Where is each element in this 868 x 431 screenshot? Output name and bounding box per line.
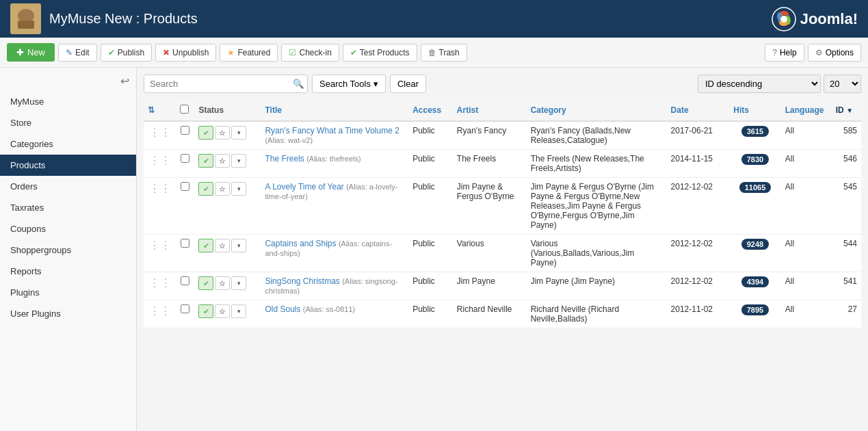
- drag-handle[interactable]: ⋮⋮: [149, 183, 171, 194]
- trash-button[interactable]: 🗑 Trash: [421, 44, 467, 62]
- search-tools-button[interactable]: Search Tools ▾: [312, 75, 386, 93]
- sidebar-item-store[interactable]: Store: [0, 112, 136, 133]
- sidebar-item-user-plugins[interactable]: User Plugins: [0, 303, 136, 324]
- edit-icon: ✎: [66, 48, 73, 57]
- sidebar-item-mymuse[interactable]: MyMuse: [0, 91, 136, 112]
- row-checkbox[interactable]: [181, 239, 189, 248]
- search-tools-label: Search Tools: [319, 79, 371, 89]
- language-value: All: [785, 154, 794, 164]
- th-language[interactable]: Language: [781, 100, 832, 121]
- check-cell[interactable]: [176, 121, 194, 150]
- options-button[interactable]: ⚙ Options: [808, 44, 861, 62]
- sidebar-item-orders[interactable]: Orders: [0, 176, 136, 197]
- collapse-button[interactable]: ↩: [120, 75, 129, 88]
- x-icon: ✖: [163, 48, 170, 57]
- check2-icon: ✔: [350, 48, 357, 57]
- status-dropdown-btn[interactable]: ▾: [231, 126, 246, 140]
- featured-status-btn[interactable]: ☆: [215, 276, 230, 290]
- row-checkbox[interactable]: [181, 154, 189, 163]
- select-all-checkbox[interactable]: [180, 105, 189, 114]
- th-access[interactable]: Access: [408, 100, 453, 121]
- hits-badge: 3615: [741, 126, 769, 137]
- sidebar-item-taxrates[interactable]: Taxrates: [0, 197, 136, 218]
- publish-status-btn[interactable]: ✔: [198, 276, 213, 290]
- edit-button[interactable]: ✎ Edit: [58, 44, 97, 62]
- check-cell[interactable]: [176, 150, 194, 178]
- language-value: All: [785, 304, 794, 314]
- featured-status-btn[interactable]: ☆: [215, 304, 230, 318]
- sidebar-item-coupons[interactable]: Coupons: [0, 218, 136, 239]
- th-date[interactable]: Date: [667, 100, 730, 121]
- publish-status-btn[interactable]: ✔: [198, 126, 213, 140]
- th-hits[interactable]: Hits: [729, 100, 780, 121]
- check-cell[interactable]: [176, 235, 194, 272]
- sidebar-item-plugins[interactable]: Plugins: [0, 282, 136, 303]
- sidebar-collapse[interactable]: ↩: [0, 71, 136, 91]
- title-link[interactable]: Ryan's Fancy What a Time Volume 2: [265, 126, 399, 135]
- clear-label: Clear: [397, 79, 419, 89]
- drag-handle[interactable]: ⋮⋮: [149, 239, 171, 251]
- drag-handle[interactable]: ⋮⋮: [149, 305, 171, 317]
- featured-status-btn[interactable]: ☆: [215, 239, 230, 252]
- drag-handle[interactable]: ⋮⋮: [149, 277, 171, 289]
- row-checkbox[interactable]: [181, 182, 189, 191]
- checkin-button[interactable]: ☑ Check-in: [281, 44, 339, 62]
- search-input[interactable]: [144, 75, 308, 93]
- row-checkbox[interactable]: [181, 126, 189, 135]
- publish-status-btn[interactable]: ✔: [198, 239, 213, 252]
- unpublish-button[interactable]: ✖ Unpublish: [155, 44, 216, 62]
- status-dropdown-btn[interactable]: ▾: [231, 304, 246, 318]
- drag-handle[interactable]: ⋮⋮: [149, 127, 171, 138]
- status-dropdown-btn[interactable]: ▾: [231, 239, 246, 252]
- th-artist[interactable]: Artist: [453, 100, 527, 121]
- help-button[interactable]: ? Help: [765, 44, 804, 62]
- search-submit-button[interactable]: 🔍: [293, 79, 304, 89]
- featured-status-btn[interactable]: ☆: [215, 126, 230, 140]
- publish-status-btn[interactable]: ✔: [198, 304, 213, 318]
- featured-button[interactable]: ★ Featured: [220, 44, 278, 62]
- featured-status-btn[interactable]: ☆: [215, 154, 230, 168]
- th-id[interactable]: ID ▼: [832, 100, 861, 121]
- th-title[interactable]: Title: [261, 100, 408, 121]
- th-checkbox[interactable]: [176, 100, 194, 121]
- title-link[interactable]: Captains and Ships: [265, 239, 336, 248]
- sidebar-item-categories[interactable]: Categories: [0, 133, 136, 155]
- title-link[interactable]: The Freels: [265, 154, 304, 164]
- row-checkbox[interactable]: [181, 304, 189, 313]
- publish-status-btn[interactable]: ✔: [198, 154, 213, 168]
- status-dropdown-btn[interactable]: ▾: [231, 276, 246, 290]
- status-dropdown-btn[interactable]: ▾: [231, 154, 246, 168]
- title-link[interactable]: A Lovely Time of Year: [265, 182, 343, 192]
- th-category[interactable]: Category: [527, 100, 667, 121]
- test-products-button[interactable]: ✔ Test Products: [343, 44, 417, 62]
- status-buttons: ✔ ☆ ▾: [198, 154, 257, 168]
- title-link[interactable]: SingSong Christmas: [265, 276, 339, 286]
- sidebar-item-shoppergroups[interactable]: Shoppergroups: [0, 239, 136, 261]
- clear-button[interactable]: Clear: [390, 75, 426, 93]
- sort-select[interactable]: ID descending ID ascending Title Date: [698, 75, 821, 93]
- row-checkbox[interactable]: [181, 276, 189, 285]
- artist-value: Ryan's Fancy: [457, 126, 506, 135]
- drag-handle[interactable]: ⋮⋮: [149, 155, 171, 166]
- access-value: Public: [412, 154, 435, 164]
- id-value: 544: [843, 239, 857, 248]
- sidebar-item-products[interactable]: Products: [0, 155, 136, 176]
- per-page-select[interactable]: 5 10 20 50 100: [824, 75, 861, 93]
- publish-label: Publish: [118, 48, 144, 57]
- status-buttons: ✔ ☆ ▾: [198, 126, 257, 140]
- checkbox-icon: ☑: [289, 48, 296, 57]
- table-row: ⋮⋮ ✔ ☆ ▾ The Freels (Alias: thefreels) P…: [144, 150, 861, 178]
- publish-status-btn[interactable]: ✔: [198, 182, 213, 196]
- th-status: Status: [194, 100, 261, 121]
- sidebar-item-reports[interactable]: Reports: [0, 261, 136, 282]
- hits-cell: 9248: [729, 235, 780, 272]
- new-button[interactable]: ✚ New: [7, 43, 55, 62]
- check-cell[interactable]: [176, 300, 194, 328]
- check-cell[interactable]: [176, 178, 194, 235]
- title-link[interactable]: Old Souls: [265, 304, 300, 314]
- check-cell[interactable]: [176, 272, 194, 300]
- status-dropdown-btn[interactable]: ▾: [231, 182, 246, 196]
- publish-button[interactable]: ✔ Publish: [101, 44, 152, 62]
- featured-status-btn[interactable]: ☆: [215, 182, 230, 196]
- id-value: 27: [848, 304, 857, 314]
